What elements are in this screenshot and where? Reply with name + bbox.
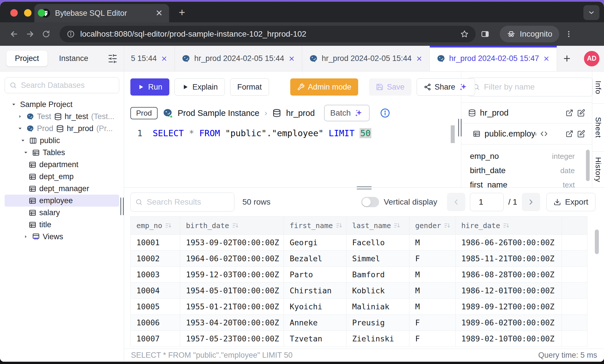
save-button[interactable]: Save [369, 78, 411, 96]
editor-tab[interactable]: hr_prod 2024-02-05 15:44 [302, 46, 430, 71]
new-tab-button[interactable]: + [179, 7, 185, 18]
column-row[interactable]: emp_no integer [470, 149, 583, 163]
caret-right-icon[interactable] [17, 113, 23, 120]
table-cell[interactable]: 10003 [131, 267, 180, 283]
pane-resize-handle[interactable] [458, 119, 462, 136]
table-header-cell[interactable]: birth_date [180, 217, 284, 235]
table-cell[interactable]: M [409, 267, 456, 283]
explain-button[interactable]: Explain [174, 78, 225, 96]
table-cell[interactable]: 10001 [131, 235, 180, 251]
table-cell[interactable]: 1986-06-26T00:00:00Z [456, 235, 562, 251]
tab-instance[interactable]: Instance [59, 54, 88, 63]
tree-node-table[interactable]: salary [5, 207, 119, 219]
results-search-box[interactable] [130, 193, 234, 211]
new-query-tab-button[interactable]: + [557, 46, 577, 71]
table-cell[interactable]: Bezalel [284, 251, 346, 267]
table-row[interactable]: 100031959-12-03T00:00:00ZPartoBamfordM19… [131, 267, 587, 283]
table-row[interactable]: 100061953-04-20T00:00:00ZAnnekePreusigF1… [131, 315, 587, 331]
table-cell[interactable]: 1989-02-10T00:00:00Z [456, 331, 562, 347]
tree-node-db-test[interactable]: Test hr_test (Test... [5, 110, 119, 122]
editor-tab[interactable]: 5 15:44 [124, 46, 175, 71]
table-cell[interactable]: Kyoichi [284, 299, 346, 315]
table-cell[interactable]: 10004 [131, 283, 180, 299]
tree-node-db-prod[interactable]: Prod hr_prod (Pr... [5, 122, 119, 134]
table-cell[interactable]: 1989-06-02T00:00:00Z [456, 315, 562, 331]
close-tab-icon[interactable] [543, 55, 550, 62]
tree-node-project[interactable]: Sample Project [5, 98, 119, 110]
tree-node-table[interactable]: title [5, 219, 119, 231]
table-cell[interactable]: 1986-08-28T00:00:00Z [456, 267, 562, 283]
table-cell[interactable]: Zielinski [346, 331, 409, 347]
forward-button[interactable] [23, 27, 37, 41]
search-results-input[interactable] [146, 197, 230, 207]
table-cell[interactable]: Anneke [284, 315, 346, 331]
table-cell[interactable] [562, 299, 587, 315]
table-cell[interactable]: F [409, 315, 456, 331]
table-cell[interactable]: 1957-05-23T00:00:00Z [180, 331, 284, 347]
database-search-box[interactable] [5, 77, 119, 93]
bookmark-star-icon[interactable] [460, 30, 469, 38]
column-row[interactable]: birth_date date [470, 163, 583, 178]
tab-project[interactable]: Project [6, 51, 48, 66]
back-button[interactable] [7, 27, 21, 41]
table-cell[interactable] [562, 283, 587, 299]
table-cell[interactable]: 1964-06-02T00:00:00Z [180, 251, 284, 267]
table-cell[interactable]: Georgi [284, 235, 346, 251]
caret-down-icon[interactable] [22, 149, 29, 156]
table-cell[interactable]: M [409, 299, 456, 315]
table-cell[interactable]: M [409, 283, 456, 299]
table-header-cell[interactable]: first_name [284, 217, 346, 235]
environment-chip[interactable]: Prod [130, 107, 158, 119]
caret-down-icon[interactable] [10, 101, 17, 108]
sort-icon[interactable] [444, 222, 451, 229]
sort-icon[interactable] [336, 222, 343, 229]
table-cell[interactable]: F [409, 331, 456, 347]
info-icon[interactable] [380, 108, 390, 118]
tree-node-table[interactable]: dept_manager [5, 183, 119, 195]
tree-node-table[interactable]: employee [5, 195, 119, 207]
close-tab-icon[interactable] [288, 55, 295, 62]
filter-box[interactable] [468, 78, 593, 96]
editor-scrollbar[interactable] [451, 125, 455, 143]
edit-icon[interactable] [577, 130, 585, 138]
sort-icon[interactable] [232, 222, 239, 229]
share-button[interactable]: Share [417, 78, 475, 96]
table-row[interactable]: 100021964-06-02T00:00:00ZBezalelSimmelF1… [131, 251, 587, 267]
format-button[interactable]: Format [230, 78, 269, 96]
tree-node-views[interactable]: Views [5, 231, 119, 243]
instance-name[interactable]: Prod Sample Instance [178, 108, 259, 118]
table-header-cell[interactable]: emp_no [131, 217, 180, 235]
tree-node-table[interactable]: department [5, 159, 119, 171]
schema-table-row[interactable]: public.employe [461, 123, 592, 144]
table-cell[interactable] [562, 235, 587, 251]
table-cell[interactable]: Parto [284, 267, 346, 283]
reload-button[interactable] [40, 27, 53, 41]
avatar[interactable]: AD [584, 51, 599, 66]
table-row[interactable]: 100051955-01-21T00:00:00ZKyoichiMaliniak… [131, 299, 587, 315]
table-cell[interactable]: 10002 [131, 251, 180, 267]
sql-line[interactable]: 1 SELECT * FROM "public"."employee" LIMI… [137, 128, 461, 138]
table-cell[interactable]: 1986-12-01T00:00:00Z [456, 283, 562, 299]
external-link-icon[interactable] [566, 109, 573, 117]
site-info-icon[interactable] [66, 30, 75, 38]
table-cell[interactable]: 1953-09-02T00:00:00Z [180, 235, 284, 251]
side-tab[interactable]: History [592, 152, 604, 187]
table-cell[interactable]: 1955-01-21T00:00:00Z [180, 299, 284, 315]
table-row[interactable]: 100041954-05-01T00:00:00ZChirstianKoblic… [131, 283, 587, 299]
url-text[interactable]: localhost:8080/sql-editor/prod-sample-in… [80, 29, 455, 39]
column-row[interactable]: first_name text [470, 178, 583, 187]
table-header-cell[interactable]: hire_date [456, 217, 562, 235]
table-cell[interactable]: Facello [346, 235, 409, 251]
close-tab-icon[interactable]: ✕ [156, 9, 163, 17]
edit-icon[interactable] [577, 109, 585, 117]
batch-button[interactable]: Batch [324, 105, 370, 121]
caret-right-icon[interactable] [22, 233, 29, 240]
address-bar[interactable]: localhost:8080/sql-editor/prod-sample-in… [60, 26, 476, 42]
search-databases-input[interactable] [20, 81, 114, 90]
column-list-scrollbar[interactable] [586, 150, 590, 181]
table-cell[interactable]: Koblick [346, 283, 409, 299]
sort-icon[interactable] [165, 222, 172, 229]
table-row[interactable]: 100011953-09-02T00:00:00ZGeorgiFacelloM1… [131, 235, 587, 251]
tree-node-tables[interactable]: Tables [5, 147, 119, 159]
run-button[interactable]: Run [130, 78, 169, 96]
